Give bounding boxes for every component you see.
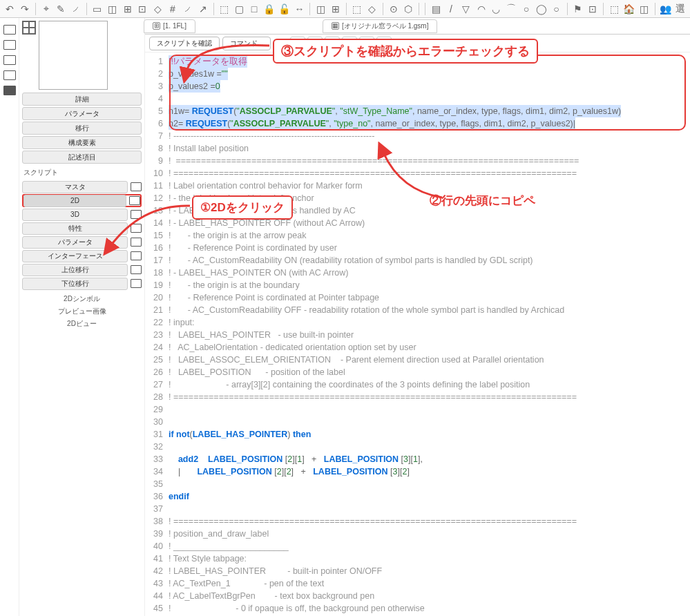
code-line[interactable]: 45! - 0 if opaque is off, the background… — [145, 602, 690, 615]
check-script-button[interactable]: スクリプトを確認 — [149, 37, 220, 50]
left-button[interactable]: パラメータ — [22, 107, 142, 120]
code-line[interactable]: 35 — [145, 478, 690, 490]
open-window-icon[interactable] — [131, 279, 142, 288]
code-line[interactable]: 2p_values1w ="" — [145, 68, 690, 80]
script-button-上位移行[interactable]: 上位移行 — [22, 264, 128, 276]
toolbar-icon[interactable]: ✎ — [54, 2, 68, 16]
script-button-特性[interactable]: 特性 — [22, 222, 128, 235]
toolbar-icon[interactable]: ⊞ — [121, 2, 135, 16]
code-line[interactable]: 26! LABEL_POSITION - position of the lab… — [145, 366, 690, 378]
script-button-3d[interactable]: 3D — [22, 209, 128, 221]
code-line[interactable]: 23! LABEL_HAS_POINTER - use built-in poi… — [145, 329, 690, 341]
code-line[interactable]: 15! - the origin is at the arrow peak — [145, 229, 690, 242]
code-line[interactable]: 5n1w= REQUEST("ASSOCLP_PARVALUE", "stW_T… — [145, 105, 690, 117]
code-line[interactable]: 16! - Reference Point is cordinated by u… — [145, 242, 690, 254]
rail-icon[interactable] — [3, 25, 16, 35]
code-line[interactable]: 31if not(LABEL_HAS_POINTER) then — [145, 428, 690, 441]
left-text-row[interactable]: 2Dビュー — [22, 318, 142, 330]
script-tool-icon[interactable]: ◐ — [359, 37, 374, 50]
code-line[interactable]: 21! - AC_CustomReadability OFF - readabi… — [145, 304, 690, 316]
code-line[interactable]: 6n2= REQUEST("ASSOCLP_PARVALUE", "type_n… — [145, 117, 690, 130]
script-tool-icon[interactable]: !☰ — [307, 37, 323, 50]
toolbar-icon[interactable]: ⊡ — [135, 2, 149, 16]
toolbar-icon[interactable]: ▽ — [459, 2, 473, 16]
preview-thumb[interactable] — [39, 21, 108, 90]
toolbar-icon[interactable]: ⊙ — [387, 2, 401, 16]
code-line[interactable]: 30 — [145, 416, 690, 428]
code-line[interactable]: 11! Label orientation control behavior f… — [145, 180, 690, 192]
open-window-icon[interactable] — [131, 265, 142, 274]
toolbar-icon[interactable]: ◫ — [314, 2, 327, 16]
code-line[interactable]: 17! - AC_CustomReadability ON (readabili… — [145, 254, 690, 267]
code-line[interactable]: 7! -------------------------------------… — [145, 130, 690, 142]
script-tool-icon[interactable]: ⟲ — [376, 37, 392, 50]
code-line[interactable]: 4 — [145, 93, 690, 105]
code-line[interactable]: 44! AC_LabelTextBgrPen - text box backgr… — [145, 590, 690, 602]
toolbar-icon[interactable]: 選 — [673, 2, 687, 16]
toolbar-icon[interactable]: ○ — [550, 2, 564, 16]
open-window-icon[interactable] — [131, 182, 142, 191]
code-line[interactable]: 22! input: — [145, 316, 690, 329]
rail-icon[interactable] — [3, 40, 16, 50]
toolbar-icon[interactable]: ↗ — [196, 2, 210, 16]
script-tool-icon[interactable]: ☰ — [342, 37, 357, 50]
tab-gsm-file[interactable]: ▦ [オリジナル窓ラベル 1.gsm] — [323, 19, 438, 33]
toolbar-icon[interactable]: 🔓 — [278, 2, 291, 16]
toolbar-icon[interactable]: ▢ — [232, 2, 246, 16]
toolbar-icon[interactable]: ⌖ — [39, 2, 53, 16]
left-button[interactable]: 記述項目 — [22, 151, 142, 164]
open-window-icon[interactable] — [131, 238, 142, 247]
left-text-row[interactable]: 2Dシンボル — [22, 293, 142, 305]
code-line[interactable]: 40! ________________________ — [145, 540, 690, 552]
code-line[interactable]: 13! - LABEL_ROTANGLE rotating is handled… — [145, 204, 690, 217]
toolbar-icon[interactable]: ⟋ — [69, 2, 83, 16]
code-line[interactable]: 14! - LABEL_HAS_POINTER OFF (without AC … — [145, 217, 690, 229]
code-line[interactable]: 32 — [145, 441, 690, 453]
toolbar-icon[interactable]: 👥 — [659, 2, 673, 16]
script-tool-icon[interactable]: !≡ — [290, 37, 305, 50]
open-window-icon[interactable] — [131, 224, 142, 233]
toolbar-icon[interactable]: ⟋ — [181, 2, 195, 16]
toolbar-icon[interactable]: ◫ — [638, 2, 651, 16]
script-button-マスタ[interactable]: マスタ — [22, 181, 128, 193]
grid-icon[interactable] — [22, 21, 36, 35]
toolbar-icon[interactable]: ▤ — [429, 2, 443, 16]
code-line[interactable]: 39! position_and_draw_label — [145, 528, 690, 540]
code-line[interactable]: 19! - the origin is at the boundary — [145, 279, 690, 291]
toolbar-icon[interactable]: ↶ — [3, 2, 17, 16]
toolbar-icon[interactable]: 🔒 — [262, 2, 276, 16]
open-window-icon[interactable] — [129, 196, 140, 205]
rail-icon[interactable] — [3, 55, 16, 65]
toolbar-icon[interactable]: □ — [247, 2, 261, 16]
rail-icon[interactable] — [3, 86, 16, 95]
toolbar-icon[interactable]: ⚑ — [571, 2, 584, 16]
script-button-パラメータ[interactable]: パラメータ — [22, 236, 128, 249]
script-tool-icon[interactable]: !≡ — [325, 37, 340, 50]
code-line[interactable]: 41! Text Style tabpage: — [145, 552, 690, 565]
open-window-icon[interactable] — [131, 210, 142, 219]
code-line[interactable]: 36endif — [145, 490, 690, 503]
left-text-row[interactable]: プレビュー画像 — [22, 305, 142, 318]
code-line[interactable]: 9! =====================================… — [145, 155, 690, 167]
toolbar-icon[interactable]: ⬡ — [401, 2, 415, 16]
code-line[interactable]: 8! Install label position — [145, 142, 690, 155]
toolbar-icon[interactable]: 🏠 — [622, 2, 636, 16]
code-line[interactable]: 20! - Reference Point is cordinated at P… — [145, 291, 690, 304]
code-line[interactable]: 28! ====================================… — [145, 391, 690, 403]
open-window-icon[interactable] — [131, 251, 142, 260]
toolbar-icon[interactable]: ◠ — [475, 2, 488, 16]
toolbar-icon[interactable]: ↷ — [18, 2, 32, 16]
code-line[interactable]: 42! LABEL_HAS_POINTER - built-in pointer… — [145, 565, 690, 577]
toolbar-icon[interactable]: ▭ — [90, 2, 104, 16]
code-line[interactable]: 3p_values2 =0 — [145, 80, 690, 93]
rail-icon[interactable] — [3, 70, 16, 80]
toolbar-icon[interactable]: ◇ — [151, 2, 164, 16]
toolbar-icon[interactable]: ⊡ — [586, 2, 600, 16]
code-line[interactable]: 33 add2 LABEL_POSITION [2][1] + LABEL_PO… — [145, 453, 690, 465]
script-button-インターフェース[interactable]: インターフェース — [22, 250, 128, 262]
code-line[interactable]: 34 | LABEL_POSITION [2][2] + LABEL_POSIT… — [145, 465, 690, 478]
code-line[interactable]: 38! ====================================… — [145, 515, 690, 528]
toolbar-icon[interactable]: ◡ — [489, 2, 503, 16]
code-editor[interactable]: 1!!!パラメータを取得2p_values1w =""3p_values2 =0… — [145, 52, 690, 616]
script-button-下位移行[interactable]: 下位移行 — [22, 278, 128, 290]
